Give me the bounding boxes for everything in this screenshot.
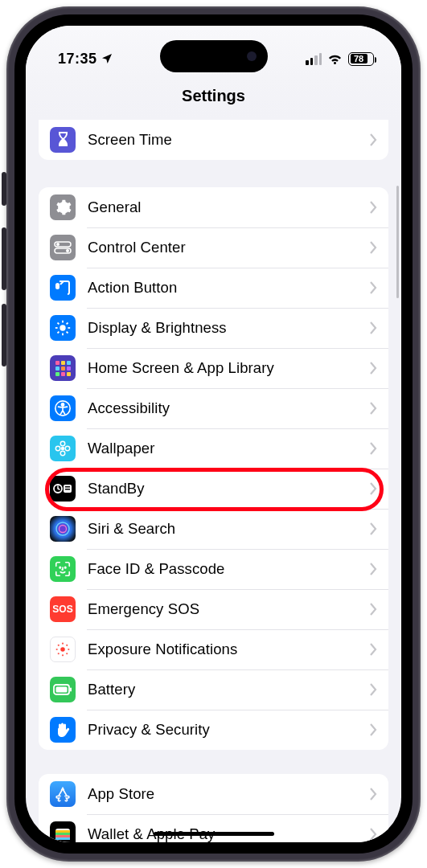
row-general[interactable]: General: [39, 187, 388, 227]
row-accessibility[interactable]: Accessibility: [39, 388, 388, 428]
chevron-right-icon: [370, 133, 377, 146]
switches-icon: [50, 235, 76, 260]
svg-point-32: [56, 649, 58, 650]
wallet-icon: [50, 821, 76, 842]
chevron-right-icon: [370, 281, 377, 294]
row-face-id[interactable]: Face ID & Passcode: [39, 549, 388, 589]
svg-point-15: [61, 403, 64, 406]
row-label: Privacy & Security: [88, 721, 370, 739]
flower-icon: [50, 436, 76, 461]
svg-point-25: [56, 522, 69, 535]
row-control-center[interactable]: Control Center: [39, 227, 388, 268]
settings-group: General Control Center: [39, 187, 388, 750]
svg-point-3: [66, 249, 69, 252]
app-grid-icon: [50, 355, 76, 381]
chevron-right-icon: [370, 201, 377, 214]
row-label: Wallpaper: [88, 440, 370, 457]
row-label: Home Screen & App Library: [88, 359, 370, 377]
row-label: Exposure Notifications: [88, 641, 370, 658]
battery-icon: [50, 677, 76, 702]
chevron-right-icon: [370, 723, 377, 736]
svg-point-26: [60, 526, 67, 533]
row-display-brightness[interactable]: Display & Brightness: [39, 308, 388, 348]
row-label: General: [88, 199, 370, 216]
svg-rect-42: [55, 830, 70, 833]
row-label: Screen Time: [88, 131, 370, 149]
exposure-icon: [50, 637, 76, 662]
svg-point-20: [65, 446, 70, 451]
row-app-store[interactable]: App Store: [39, 774, 388, 814]
svg-point-36: [58, 653, 60, 654]
row-label: Control Center: [88, 239, 370, 256]
chevron-right-icon: [370, 362, 377, 375]
svg-rect-43: [55, 833, 70, 835]
home-indicator[interactable]: [154, 832, 274, 836]
svg-line-13: [67, 322, 68, 324]
svg-point-19: [55, 446, 60, 451]
chevron-right-icon: [370, 241, 377, 254]
chevron-right-icon: [370, 402, 377, 415]
chevron-right-icon: [370, 643, 377, 656]
svg-point-16: [61, 447, 65, 451]
row-privacy-security[interactable]: Privacy & Security: [39, 710, 388, 750]
row-wallet-apple-pay[interactable]: Wallet & Apple Pay: [39, 814, 388, 842]
battery-icon: 78: [348, 52, 374, 66]
svg-rect-4: [56, 284, 59, 289]
row-screen-time[interactable]: Screen Time: [39, 120, 388, 160]
hourglass-icon: [50, 127, 76, 153]
settings-group: Screen Time: [39, 120, 388, 160]
svg-rect-40: [56, 687, 68, 693]
row-label: Emergency SOS: [88, 600, 370, 618]
sos-icon: SOS: [50, 596, 76, 622]
row-siri-search[interactable]: Siri & Search: [39, 509, 388, 549]
svg-point-33: [68, 649, 69, 650]
cellular-icon: [306, 53, 322, 65]
svg-point-29: [60, 647, 65, 652]
faceid-icon: [50, 556, 76, 582]
svg-point-1: [56, 243, 60, 246]
wifi-icon: [327, 53, 343, 64]
hand-icon: [50, 717, 76, 743]
svg-point-34: [58, 645, 60, 646]
row-label: StandBy: [88, 480, 370, 497]
standby-icon: [50, 476, 76, 502]
chevron-right-icon: [370, 321, 377, 334]
chevron-right-icon: [370, 603, 377, 616]
svg-line-11: [67, 332, 68, 334]
status-time: 17:35: [58, 51, 97, 68]
row-label: Siri & Search: [88, 520, 370, 538]
svg-line-12: [57, 332, 59, 334]
chevron-right-icon: [370, 563, 377, 575]
svg-point-35: [66, 645, 68, 646]
chevron-right-icon: [370, 442, 377, 455]
row-label: Display & Brightness: [88, 319, 370, 337]
action-button-icon: [50, 275, 76, 301]
row-label: Battery: [88, 681, 370, 698]
location-icon: [101, 52, 113, 65]
appstore-icon: [50, 781, 76, 807]
row-wallpaper[interactable]: Wallpaper: [39, 428, 388, 469]
svg-rect-44: [55, 835, 70, 837]
dynamic-island: [160, 40, 268, 72]
sun-icon: [50, 315, 76, 341]
svg-point-30: [62, 643, 64, 645]
svg-point-5: [60, 325, 65, 330]
svg-rect-39: [70, 688, 72, 692]
row-label: Action Button: [88, 279, 370, 297]
row-label: Face ID & Passcode: [88, 560, 370, 578]
svg-point-28: [64, 567, 65, 567]
svg-line-10: [57, 322, 59, 324]
svg-point-37: [66, 653, 68, 654]
scroll-indicator: [396, 186, 399, 298]
svg-rect-23: [65, 486, 70, 488]
row-exposure-notifications[interactable]: Exposure Notifications: [39, 629, 388, 669]
row-battery[interactable]: Battery: [39, 669, 388, 710]
accessibility-icon: [50, 395, 76, 421]
row-home-screen[interactable]: Home Screen & App Library: [39, 348, 388, 388]
row-standby[interactable]: StandBy: [39, 469, 388, 509]
row-action-button[interactable]: Action Button: [39, 268, 388, 308]
svg-point-27: [60, 567, 60, 567]
svg-rect-45: [55, 837, 70, 840]
row-emergency-sos[interactable]: SOS Emergency SOS: [39, 589, 388, 629]
chevron-right-icon: [370, 482, 377, 495]
